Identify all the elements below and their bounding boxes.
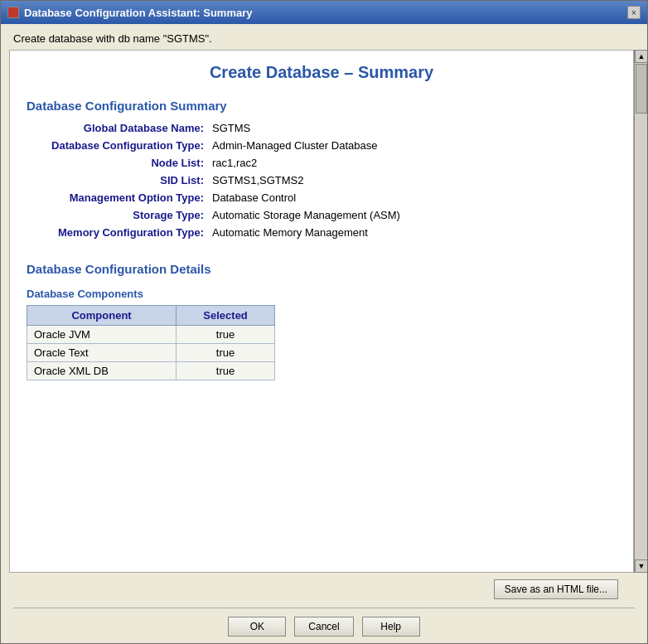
action-buttons-row: OK Cancel Help [13, 617, 635, 637]
title-bar-left: Database Configuration Assistant: Summar… [7, 7, 252, 19]
config-value: Database Control [209, 189, 617, 206]
component-name: Oracle JVM [27, 326, 177, 344]
details-section-title: Database Configuration Details [27, 254, 617, 283]
summary-section-title: Database Configuration Summary [27, 90, 617, 119]
config-row: Node List:rac1,rac2 [27, 154, 617, 172]
app-icon [7, 7, 19, 18]
component-selected: true [177, 326, 275, 344]
scrollbar-down-button[interactable]: ▼ [635, 559, 647, 573]
components-subsection-title: Database Components [27, 283, 617, 305]
main-panel: Create Database – Summary Database Confi… [1, 50, 647, 573]
config-table: Global Database Name:SGTMSDatabase Confi… [27, 119, 617, 241]
components-table: Component Selected Oracle JVMtrueOracle … [27, 305, 275, 380]
col-header-selected: Selected [177, 306, 275, 326]
config-value: Admin-Managed Cluster Database [209, 137, 617, 154]
main-window: Database Configuration Assistant: Summar… [0, 0, 648, 644]
save-btn-row: Save as an HTML file... [13, 579, 635, 599]
help-button[interactable]: Help [362, 617, 420, 637]
config-value: rac1,rac2 [209, 154, 617, 172]
config-value: Automatic Storage Management (ASM) [209, 206, 617, 224]
scrollable-content: Create Database – Summary Database Confi… [9, 50, 634, 573]
scrollbar-up-button[interactable]: ▲ [635, 50, 647, 63]
component-name: Oracle Text [27, 344, 177, 362]
col-header-component: Component [27, 306, 177, 326]
config-label: SID List: [27, 172, 209, 189]
top-message: Create database with db name "SGTMS". [1, 24, 647, 50]
cancel-button[interactable]: Cancel [294, 617, 353, 637]
component-row: Oracle JVMtrue [27, 326, 275, 344]
scrollbar-thumb[interactable] [636, 64, 647, 114]
bottom-bar: Save as an HTML file... OK Cancel Help [1, 573, 647, 643]
component-name: Oracle XML DB [27, 362, 177, 380]
config-row: SID List:SGTMS1,SGTMS2 [27, 172, 617, 189]
details-section: Database Configuration Details Database … [27, 254, 617, 380]
component-selected: true [177, 362, 275, 380]
component-row: Oracle XML DBtrue [27, 362, 275, 380]
config-row: Storage Type:Automatic Storage Managemen… [27, 206, 617, 224]
config-value: SGTMS [209, 119, 617, 137]
config-label: Database Configuration Type: [27, 137, 209, 154]
save-html-button[interactable]: Save as an HTML file... [494, 579, 618, 599]
config-label: Management Option Type: [27, 189, 209, 206]
config-label: Global Database Name: [27, 119, 209, 137]
component-row: Oracle Texttrue [27, 344, 275, 362]
config-value: Automatic Memory Management [209, 224, 617, 241]
component-selected: true [177, 344, 275, 362]
config-row: Management Option Type:Database Control [27, 189, 617, 206]
config-value: SGTMS1,SGTMS2 [209, 172, 617, 189]
config-row: Database Configuration Type:Admin-Manage… [27, 137, 617, 154]
config-label: Memory Configuration Type: [27, 224, 209, 241]
content-area: Create database with db name "SGTMS". Cr… [1, 24, 647, 643]
config-label: Storage Type: [27, 206, 209, 224]
config-label: Node List: [27, 154, 209, 172]
close-button[interactable]: × [627, 6, 641, 19]
scrollbar[interactable]: ▲ ▼ [634, 50, 647, 573]
page-title: Create Database – Summary [27, 51, 617, 90]
title-bar: Database Configuration Assistant: Summar… [1, 1, 647, 24]
window-title: Database Configuration Assistant: Summar… [24, 7, 252, 19]
config-row: Memory Configuration Type:Automatic Memo… [27, 224, 617, 241]
divider [13, 608, 635, 608]
ok-button[interactable]: OK [228, 617, 286, 637]
config-row: Global Database Name:SGTMS [27, 119, 617, 137]
